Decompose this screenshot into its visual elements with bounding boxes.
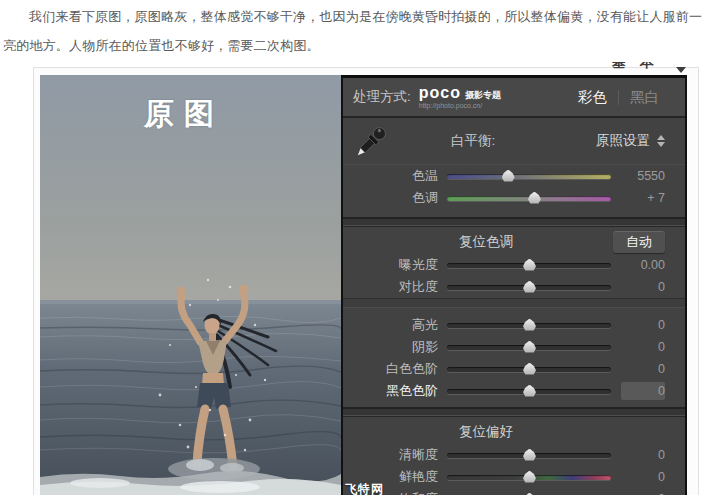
basic-panel-tab-cropped[interactable]: 基本 xyxy=(612,62,692,75)
page: 我们来看下原图，原图略灰，整体感觉不够干净，也因为是在傍晚黄昏时拍摄的，所以整体… xyxy=(0,0,713,495)
whites-value[interactable]: 0 xyxy=(611,360,665,378)
tone-section-title[interactable]: 复位色调 xyxy=(459,233,513,251)
slider-blacks: 黑色色阶 0 xyxy=(343,380,685,402)
shadows-value[interactable]: 0 xyxy=(611,338,665,356)
slider-clarity: 清晰度 0 xyxy=(343,444,685,466)
treatment-header: 处理方式: poco 摄影专题 http://photo.poco.cn/ 彩色… xyxy=(343,78,685,118)
develop-panel: 处理方式: poco 摄影专题 http://photo.poco.cn/ 彩色… xyxy=(341,75,687,495)
slider-temp: 色温 5550 xyxy=(343,165,685,187)
original-photo: 原图 xyxy=(40,75,341,495)
tint-slider-track[interactable] xyxy=(447,196,611,201)
contrast-value[interactable]: 0 xyxy=(611,278,665,296)
chevron-down-icon xyxy=(676,67,686,73)
white-balance-preset-dropdown[interactable]: 原照设置 xyxy=(596,132,665,150)
tint-slider-knob[interactable] xyxy=(528,192,541,204)
clarity-value[interactable]: 0 xyxy=(611,446,665,464)
exposure-slider-track[interactable] xyxy=(447,263,611,268)
treatment-label: 处理方式: xyxy=(353,88,411,106)
highlights-value[interactable]: 0 xyxy=(611,316,665,334)
shadows-slider-knob[interactable] xyxy=(523,341,536,353)
section-separator xyxy=(343,217,685,227)
temp-slider-track[interactable] xyxy=(447,174,611,179)
clarity-slider-track[interactable] xyxy=(447,453,611,458)
slider-saturation: 饱和度 0 xyxy=(343,488,685,495)
tint-value[interactable]: + 7 xyxy=(611,189,665,207)
mode-divider xyxy=(618,90,619,105)
slider-whites: 白色色阶 0 xyxy=(343,358,685,380)
mode-bw-button[interactable]: 黑白 xyxy=(630,88,659,107)
shadows-slider-track[interactable] xyxy=(447,345,611,350)
highlights-slider-knob[interactable] xyxy=(523,319,536,331)
presence-section: 复位偏好 清晰度 0 鲜艳度 0 饱和度 0 xyxy=(343,417,685,495)
section-separator xyxy=(343,407,685,417)
presence-section-title[interactable]: 复位偏好 xyxy=(459,423,513,441)
white-balance-section: 白平衡: 原照设置 色温 5550 色调 xyxy=(343,118,685,217)
auto-tone-button[interactable]: 自动 xyxy=(613,231,665,253)
slider-tint: 色调 + 7 xyxy=(343,187,685,209)
original-photo-illustration xyxy=(40,75,341,495)
contrast-slider-knob[interactable] xyxy=(523,281,536,293)
vibrance-slider-track[interactable] xyxy=(447,475,611,480)
eyedropper-icon[interactable] xyxy=(353,120,391,162)
white-balance-label: 白平衡: xyxy=(451,132,495,150)
saturation-value[interactable]: 0 xyxy=(611,490,665,495)
temp-value[interactable]: 5550 xyxy=(611,167,665,185)
slider-exposure: 曝光度 0.00 xyxy=(343,254,685,276)
blacks-slider-track[interactable] xyxy=(447,389,611,394)
whites-slider-knob[interactable] xyxy=(523,363,536,375)
clarity-slider-knob[interactable] xyxy=(523,449,536,461)
slider-highlights: 高光 0 xyxy=(343,314,685,336)
whites-slider-track[interactable] xyxy=(447,367,611,372)
highlights-slider-track[interactable] xyxy=(447,323,611,328)
tone-subseparator xyxy=(343,298,685,308)
blacks-slider-knob[interactable] xyxy=(523,385,536,397)
vibrance-slider-knob[interactable] xyxy=(523,471,536,483)
poco-logo: poco 摄影专题 http://photo.poco.cn/ xyxy=(419,85,501,109)
mode-color-button[interactable]: 彩色 xyxy=(578,88,607,107)
slider-vibrance: 鲜艳度 0 xyxy=(343,466,685,488)
blacks-value[interactable]: 0 xyxy=(621,382,665,400)
poco-url: http://photo.poco.cn/ xyxy=(419,102,501,109)
contrast-slider-track[interactable] xyxy=(447,285,611,290)
vibrance-value[interactable]: 0 xyxy=(611,468,665,486)
slider-contrast: 对比度 0 xyxy=(343,276,685,298)
tone-section: 复位色调 自动 曝光度 0.00 对比度 0 高光 xyxy=(343,227,685,407)
dropdown-updown-icon xyxy=(657,135,665,147)
photo-label: 原图 xyxy=(40,94,328,135)
site-watermark: 飞特网 xyxy=(345,481,384,495)
exposure-slider-knob[interactable] xyxy=(523,259,536,271)
exposure-value[interactable]: 0.00 xyxy=(611,256,665,274)
temp-slider-knob[interactable] xyxy=(502,170,515,182)
intro-paragraph: 我们来看下原图，原图略灰，整体感觉不够干净，也因为是在傍晚黄昏时拍摄的，所以整体… xyxy=(3,2,711,60)
slider-shadows: 阴影 0 xyxy=(343,336,685,358)
